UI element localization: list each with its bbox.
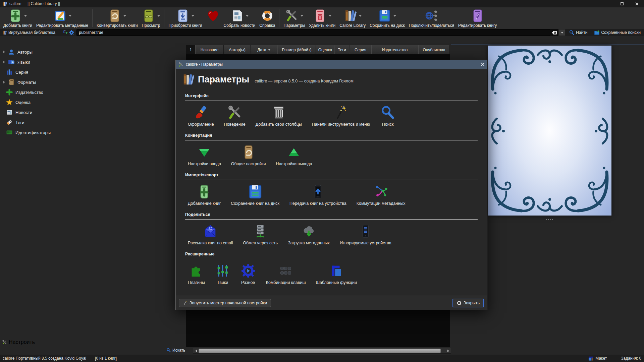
column-header-date[interactable]: Дата	[251, 45, 277, 54]
horizontal-scrollbar[interactable]	[193, 348, 451, 354]
preferences-button[interactable]: Параметры	[281, 9, 307, 28]
column-header-series[interactable]: Серия	[350, 45, 371, 54]
search-input[interactable]	[76, 29, 550, 36]
scroll-right-button[interactable]	[445, 348, 451, 353]
saved-searches-button[interactable]: Сохранённые поиски	[591, 30, 644, 36]
pref-keyboard-shortcuts[interactable]: Комбинации клавиш	[263, 262, 309, 286]
configure-button[interactable]: Настроить	[2, 339, 35, 345]
sidebar-item-formats[interactable]: Форматы	[0, 77, 186, 87]
pref-ignored-devices[interactable]: Игнорируемые устройства	[337, 223, 394, 246]
donate-button[interactable]	[204, 9, 222, 23]
find-button[interactable]: Найти	[566, 30, 591, 36]
view-button[interactable]: Просмотр	[140, 9, 162, 28]
help-button[interactable]: Справка	[257, 9, 277, 28]
edit-book-button[interactable]: Редактировать книгу	[456, 9, 499, 28]
sidebar-item-series[interactable]: Серия	[0, 67, 186, 77]
sidebar-item-news[interactable]: Новости	[0, 107, 186, 117]
saving-floppy-icon	[248, 184, 263, 199]
pref-behavior[interactable]: Поведение	[221, 104, 248, 127]
edit-metadata-button[interactable]: Редактировать метаданные	[34, 9, 90, 28]
close-dialog-button[interactable]: Закрыть	[452, 299, 484, 307]
grid-search-button[interactable]: Искать	[166, 348, 185, 353]
dropdown-arrow-icon[interactable]	[123, 15, 126, 17]
jobs-counter[interactable]: Задания: 0	[621, 356, 641, 361]
column-header-rating[interactable]: Оценка	[316, 45, 334, 54]
dropdown-arrow-icon[interactable]	[69, 15, 71, 17]
sidebar-item-publisher[interactable]: Издательство	[0, 87, 186, 97]
pref-adding-books[interactable]: Добавление книг	[185, 183, 223, 206]
scrollbar-handle[interactable]	[199, 349, 441, 353]
dropdown-arrow-icon[interactable]	[192, 15, 194, 17]
get-books-button[interactable]: Приобрести книги	[166, 9, 204, 28]
column-header-title[interactable]: Название	[195, 45, 224, 54]
sidebar-item-label: Новости	[15, 110, 32, 115]
add-books-button[interactable]: Добавить книги	[1, 9, 34, 28]
pref-miscellaneous[interactable]: Разное	[238, 262, 259, 286]
column-header-publisher[interactable]: Издательство	[371, 45, 418, 54]
scroll-left-button[interactable]	[193, 348, 199, 353]
maximize-button[interactable]	[614, 0, 629, 7]
pref-add-columns[interactable]: Добавить свои столбцы	[253, 104, 305, 127]
pref-plugins[interactable]: Плагины	[185, 262, 208, 286]
layout-button[interactable]: Макет	[588, 356, 607, 361]
dropdown-arrow-icon[interactable]	[301, 15, 303, 17]
fetch-news-button[interactable]: Собрать новости	[222, 9, 258, 28]
pref-content-server[interactable]: Обмен через сеть	[240, 223, 280, 246]
save-to-disk-button[interactable]: Сохранить на диск	[368, 9, 407, 28]
pref-metadata-download[interactable]: Загрузка метаданных	[285, 223, 332, 246]
pref-template-functions[interactable]: Шаблонные функции	[313, 262, 360, 286]
expand-arrow-icon[interactable]	[2, 61, 6, 63]
full-text-search-icon[interactable]: FT	[63, 30, 67, 35]
expand-arrow-icon[interactable]	[2, 51, 6, 53]
sidebar-item-languages[interactable]: A Языки	[0, 57, 186, 67]
remove-books-button[interactable]: Удалить книги	[307, 9, 337, 28]
dropdown-arrow-icon[interactable]	[157, 15, 160, 17]
minimize-icon	[605, 4, 609, 4]
puzzle-piece-icon	[189, 263, 204, 279]
connect-share-button[interactable]: Подключить/поделиться	[407, 9, 456, 28]
chevron-down-icon	[561, 32, 564, 34]
sidebar-item-tags[interactable]: Теги	[0, 117, 186, 127]
pref-common-options[interactable]: Общие настройки	[228, 144, 269, 167]
dialog-close-icon[interactable]	[480, 62, 484, 66]
run-wizard-button[interactable]: Запустить мастер начальной настройки	[179, 299, 271, 307]
pref-tweaks[interactable]: Твики	[212, 262, 233, 286]
pref-sending-books[interactable]: Передача книг на устройства	[287, 183, 349, 206]
pref-input-options[interactable]: Настройки ввода	[185, 144, 224, 167]
dropdown-arrow-icon[interactable]	[24, 15, 27, 17]
sidebar-item-identifiers[interactable]: Идентификаторы	[0, 127, 186, 137]
keyboard-keys-icon	[278, 263, 293, 279]
search-history-dropdown[interactable]	[559, 29, 566, 36]
expand-arrow-icon[interactable]	[2, 81, 6, 83]
book-cover[interactable]	[488, 46, 611, 216]
library-button[interactable]: Calibre Library	[337, 9, 368, 28]
pref-search[interactable]: Поиск	[377, 104, 398, 127]
edit-metadata-icon	[53, 9, 67, 22]
pref-saving-books[interactable]: Сохранение книг на диск	[228, 183, 282, 206]
dropdown-arrow-icon[interactable]	[359, 15, 362, 17]
arrow-right-icon	[447, 350, 449, 352]
column-header-published[interactable]: Опубликова	[418, 45, 450, 54]
pref-output-options[interactable]: Настройки вывода	[273, 144, 315, 167]
sidebar-item-authors[interactable]: Авторы	[0, 47, 186, 57]
pref-look-and-feel[interactable]: Оформление	[185, 104, 217, 127]
search-options-gear-icon[interactable]	[69, 30, 74, 36]
convert-books-button[interactable]: Конвертировать книги	[95, 9, 140, 28]
column-header-tags[interactable]: Теги	[334, 45, 350, 54]
minimize-button[interactable]	[600, 0, 614, 7]
pref-metadata-plugboard[interactable]: Коммутации метаданных	[354, 183, 408, 206]
clear-search-button[interactable]	[550, 29, 558, 36]
pref-email-sharing[interactable]: @ Рассылка книг по email	[185, 223, 235, 246]
pref-toolbars-menus[interactable]: Панели инструментов и меню	[309, 104, 373, 127]
close-button[interactable]	[629, 0, 644, 7]
column-header-size[interactable]: Размер (Мбайт)	[277, 45, 316, 54]
dialog-titlebar[interactable]: calibre - Параметры	[176, 60, 487, 69]
virtual-library-button[interactable]: Виртуальная библиотека	[0, 29, 59, 36]
dropdown-arrow-icon[interactable]	[329, 15, 331, 17]
sidebar-item-label: Авторы	[17, 50, 33, 55]
dropdown-arrow-icon[interactable]	[393, 15, 396, 17]
column-header-authors[interactable]: Автор(ы)	[224, 45, 251, 54]
dropdown-arrow-icon[interactable]	[246, 15, 249, 17]
sidebar-item-rating[interactable]: Оценка	[0, 97, 186, 107]
sidebar-item-label: Теги	[15, 120, 24, 125]
